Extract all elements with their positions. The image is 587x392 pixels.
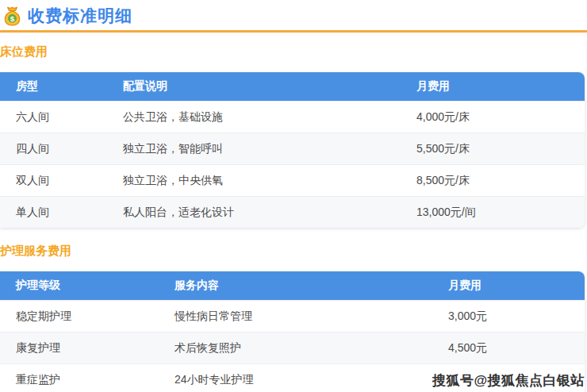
table-cell: 4,000元/床 xyxy=(416,110,585,125)
table-header-cell: 护理等级 xyxy=(0,279,175,293)
money-bag-icon: $ xyxy=(2,6,22,26)
table-header-row: 护理等级 服务内容 月费用 xyxy=(0,271,585,300)
table-cell: 康复护理 xyxy=(0,341,175,355)
bed-fees-table: 房型 配置说明 月费用 六人间 公共卫浴，基础设施 4,000元/床 四人间 独… xyxy=(0,72,585,228)
page-header: $ 收费标准明细 xyxy=(0,0,587,28)
table-cell: 4,500元 xyxy=(448,341,585,355)
table-header-cell: 服务内容 xyxy=(175,279,448,293)
table-cell: 独立卫浴，智能呼叫 xyxy=(123,142,416,156)
table-cell: 稳定期护理 xyxy=(0,309,175,324)
table-cell: 独立卫浴，中央供氧 xyxy=(123,174,416,188)
page-title: 收费标准明细 xyxy=(28,5,132,27)
table-row: 六人间 公共卫浴，基础设施 4,000元/床 xyxy=(0,101,585,133)
table-cell: 5,500元/床 xyxy=(416,142,585,156)
table-cell: 8,500元/床 xyxy=(416,174,585,188)
table-cell: 双人间 xyxy=(0,174,123,188)
table-cell: 私人阳台，适老化设计 xyxy=(123,206,416,220)
table-cell: 重症监护 xyxy=(0,373,175,387)
table-header-cell: 月费用 xyxy=(416,79,585,94)
table-header-row: 房型 配置说明 月费用 xyxy=(0,72,585,101)
nursing-fees-section: 护理服务费用 护理等级 服务内容 月费用 稳定期护理 慢性病日常管理 3,000… xyxy=(0,244,587,392)
table-row: 稳定期护理 慢性病日常管理 3,000元 xyxy=(0,300,585,332)
table-cell: 六人间 xyxy=(0,110,123,125)
table-row: 康复护理 术后恢复照护 4,500元 xyxy=(0,332,585,363)
table-cell: 24小时专业护理 xyxy=(175,373,448,387)
table-cell: 公共卫浴，基础设施 xyxy=(123,110,416,125)
table-header-cell: 月费用 xyxy=(448,279,585,293)
table-cell: 13,000元/间 xyxy=(416,206,585,220)
table-row: 双人间 独立卫浴，中央供氧 8,500元/床 xyxy=(0,164,585,196)
table-row: 四人间 独立卫浴，智能呼叫 5,500元/床 xyxy=(0,133,585,164)
table-cell: 单人间 xyxy=(0,206,123,220)
section-title-nursing-fees: 护理服务费用 xyxy=(0,244,587,259)
table-row: 单人间 私人阳台，适老化设计 13,000元/间 xyxy=(0,196,585,228)
table-cell: 术后恢复照护 xyxy=(175,341,448,355)
svg-text:$: $ xyxy=(10,13,15,22)
page: $ 收费标准明细 床位费用 房型 配置说明 月费用 六人间 公共卫浴，基础设施 … xyxy=(0,0,587,392)
bed-fees-section: 床位费用 房型 配置说明 月费用 六人间 公共卫浴，基础设施 4,000元/床 … xyxy=(0,44,587,228)
table-cell: 慢性病日常管理 xyxy=(175,309,448,324)
header-divider xyxy=(0,30,587,33)
table-cell: 3,000元 xyxy=(448,309,585,324)
watermark: 搜狐号@搜狐焦点白银站 xyxy=(432,371,585,390)
table-header-cell: 配置说明 xyxy=(123,79,416,94)
table-header-cell: 房型 xyxy=(0,79,123,94)
section-title-bed-fees: 床位费用 xyxy=(0,44,587,60)
table-cell: 四人间 xyxy=(0,142,123,156)
